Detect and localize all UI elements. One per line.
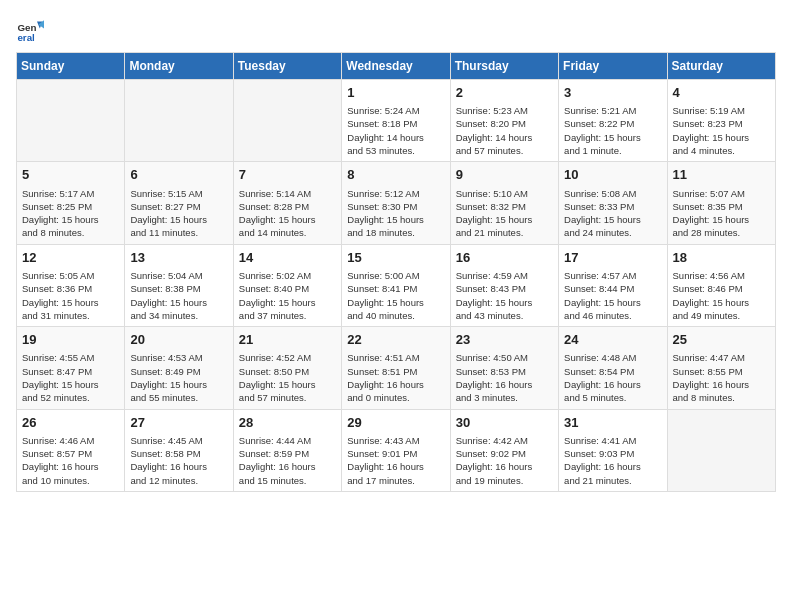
calendar-week-row: 1Sunrise: 5:24 AMSunset: 8:18 PMDaylight… (17, 80, 776, 162)
cell-info-line: Daylight: 15 hours (22, 296, 119, 309)
cell-info-line: Daylight: 15 hours (347, 213, 444, 226)
cell-info-line: and 3 minutes. (456, 391, 553, 404)
cell-info-line: Sunset: 8:59 PM (239, 447, 336, 460)
cell-info-line: Sunrise: 5:05 AM (22, 269, 119, 282)
col-header-wednesday: Wednesday (342, 53, 450, 80)
cell-info-line: Daylight: 16 hours (22, 460, 119, 473)
cell-info-line: and 21 minutes. (564, 474, 661, 487)
cell-info-line: Sunrise: 4:48 AM (564, 351, 661, 364)
cell-info-line: and 14 minutes. (239, 226, 336, 239)
day-number: 15 (347, 249, 444, 267)
cell-info-line: and 21 minutes. (456, 226, 553, 239)
cell-info-line: Daylight: 15 hours (22, 378, 119, 391)
cell-info-line: Sunset: 8:41 PM (347, 282, 444, 295)
svg-marker-3 (38, 20, 44, 28)
cell-info-line: Sunrise: 5:14 AM (239, 187, 336, 200)
cell-info-line: and 31 minutes. (22, 309, 119, 322)
calendar-cell: 12Sunrise: 5:05 AMSunset: 8:36 PMDayligh… (17, 244, 125, 326)
cell-info-line: and 57 minutes. (456, 144, 553, 157)
calendar-cell: 14Sunrise: 5:02 AMSunset: 8:40 PMDayligh… (233, 244, 341, 326)
day-number: 17 (564, 249, 661, 267)
calendar-cell: 16Sunrise: 4:59 AMSunset: 8:43 PMDayligh… (450, 244, 558, 326)
calendar-cell: 11Sunrise: 5:07 AMSunset: 8:35 PMDayligh… (667, 162, 775, 244)
day-number: 18 (673, 249, 770, 267)
cell-info-line: Sunrise: 5:17 AM (22, 187, 119, 200)
cell-info-line: Daylight: 15 hours (564, 131, 661, 144)
cell-info-line: and 53 minutes. (347, 144, 444, 157)
cell-info-line: and 10 minutes. (22, 474, 119, 487)
calendar-cell: 19Sunrise: 4:55 AMSunset: 8:47 PMDayligh… (17, 327, 125, 409)
cell-info-line: Sunrise: 5:15 AM (130, 187, 227, 200)
cell-info-line: Sunset: 8:50 PM (239, 365, 336, 378)
cell-info-line: Sunset: 8:58 PM (130, 447, 227, 460)
cell-info-line: Sunset: 9:02 PM (456, 447, 553, 460)
cell-info-line: and 52 minutes. (22, 391, 119, 404)
cell-info-line: Sunset: 8:57 PM (22, 447, 119, 460)
calendar-cell: 31Sunrise: 4:41 AMSunset: 9:03 PMDayligh… (559, 409, 667, 491)
cell-info-line: Sunrise: 4:59 AM (456, 269, 553, 282)
day-number: 11 (673, 166, 770, 184)
day-number: 26 (22, 414, 119, 432)
day-number: 9 (456, 166, 553, 184)
calendar-cell: 7Sunrise: 5:14 AMSunset: 8:28 PMDaylight… (233, 162, 341, 244)
calendar-cell (233, 80, 341, 162)
cell-info-line: Daylight: 15 hours (239, 296, 336, 309)
cell-info-line: Daylight: 15 hours (239, 378, 336, 391)
cell-info-line: Daylight: 15 hours (239, 213, 336, 226)
calendar-week-row: 12Sunrise: 5:05 AMSunset: 8:36 PMDayligh… (17, 244, 776, 326)
logo: Gen eral (16, 16, 48, 44)
col-header-friday: Friday (559, 53, 667, 80)
cell-info-line: Sunset: 8:51 PM (347, 365, 444, 378)
cell-info-line: Daylight: 14 hours (347, 131, 444, 144)
calendar-cell: 5Sunrise: 5:17 AMSunset: 8:25 PMDaylight… (17, 162, 125, 244)
day-number: 30 (456, 414, 553, 432)
cell-info-line: Sunrise: 4:50 AM (456, 351, 553, 364)
calendar-cell: 13Sunrise: 5:04 AMSunset: 8:38 PMDayligh… (125, 244, 233, 326)
cell-info-line: Sunset: 8:20 PM (456, 117, 553, 130)
day-number: 8 (347, 166, 444, 184)
calendar-table: SundayMondayTuesdayWednesdayThursdayFrid… (16, 52, 776, 492)
cell-info-line: Sunrise: 4:56 AM (673, 269, 770, 282)
cell-info-line: Sunset: 8:53 PM (456, 365, 553, 378)
cell-info-line: Sunset: 8:22 PM (564, 117, 661, 130)
day-number: 24 (564, 331, 661, 349)
calendar-cell: 24Sunrise: 4:48 AMSunset: 8:54 PMDayligh… (559, 327, 667, 409)
cell-info-line: Sunrise: 5:23 AM (456, 104, 553, 117)
day-number: 1 (347, 84, 444, 102)
calendar-cell: 8Sunrise: 5:12 AMSunset: 8:30 PMDaylight… (342, 162, 450, 244)
cell-info-line: Sunrise: 4:47 AM (673, 351, 770, 364)
calendar-cell: 22Sunrise: 4:51 AMSunset: 8:51 PMDayligh… (342, 327, 450, 409)
cell-info-line: Daylight: 16 hours (673, 378, 770, 391)
day-number: 22 (347, 331, 444, 349)
cell-info-line: Daylight: 15 hours (130, 213, 227, 226)
cell-info-line: and 49 minutes. (673, 309, 770, 322)
calendar-cell: 17Sunrise: 4:57 AMSunset: 8:44 PMDayligh… (559, 244, 667, 326)
col-header-sunday: Sunday (17, 53, 125, 80)
cell-info-line: and 8 minutes. (22, 226, 119, 239)
cell-info-line: Sunrise: 4:43 AM (347, 434, 444, 447)
cell-info-line: Sunset: 8:44 PM (564, 282, 661, 295)
day-number: 14 (239, 249, 336, 267)
cell-info-line: Sunset: 8:38 PM (130, 282, 227, 295)
calendar-week-row: 19Sunrise: 4:55 AMSunset: 8:47 PMDayligh… (17, 327, 776, 409)
calendar-cell: 25Sunrise: 4:47 AMSunset: 8:55 PMDayligh… (667, 327, 775, 409)
cell-info-line: and 0 minutes. (347, 391, 444, 404)
cell-info-line: Sunset: 8:32 PM (456, 200, 553, 213)
calendar-cell: 2Sunrise: 5:23 AMSunset: 8:20 PMDaylight… (450, 80, 558, 162)
col-header-thursday: Thursday (450, 53, 558, 80)
calendar-cell: 18Sunrise: 4:56 AMSunset: 8:46 PMDayligh… (667, 244, 775, 326)
cell-info-line: and 11 minutes. (130, 226, 227, 239)
cell-info-line: Sunset: 8:18 PM (347, 117, 444, 130)
day-number: 28 (239, 414, 336, 432)
cell-info-line: Sunrise: 4:52 AM (239, 351, 336, 364)
cell-info-line: Sunrise: 5:08 AM (564, 187, 661, 200)
cell-info-line: and 5 minutes. (564, 391, 661, 404)
calendar-cell: 10Sunrise: 5:08 AMSunset: 8:33 PMDayligh… (559, 162, 667, 244)
cell-info-line: Sunset: 9:01 PM (347, 447, 444, 460)
calendar-cell: 9Sunrise: 5:10 AMSunset: 8:32 PMDaylight… (450, 162, 558, 244)
col-header-tuesday: Tuesday (233, 53, 341, 80)
calendar-week-row: 5Sunrise: 5:17 AMSunset: 8:25 PMDaylight… (17, 162, 776, 244)
day-number: 4 (673, 84, 770, 102)
day-number: 3 (564, 84, 661, 102)
cell-info-line: Sunset: 8:25 PM (22, 200, 119, 213)
